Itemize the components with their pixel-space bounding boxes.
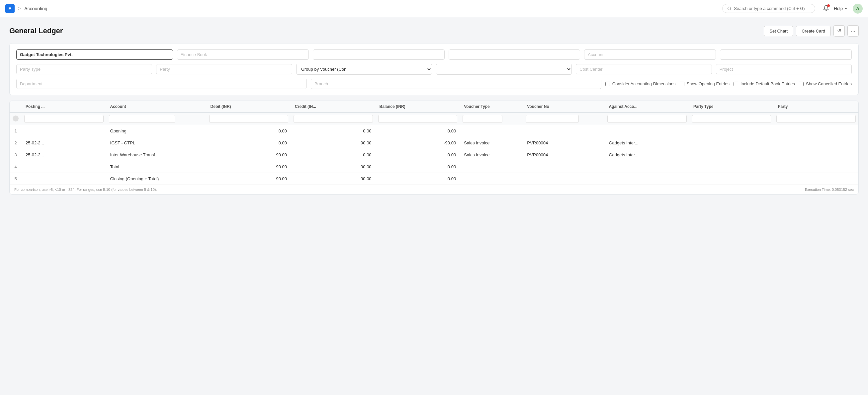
cell-party-type bbox=[689, 149, 774, 161]
col-debit: Debit (INR) bbox=[207, 101, 291, 112]
filter-party[interactable] bbox=[776, 115, 856, 123]
party-type-input[interactable] bbox=[16, 64, 152, 74]
party-input[interactable] bbox=[156, 64, 292, 74]
execution-time: Execution Time: 0.053152 sec bbox=[805, 188, 854, 192]
table-filter-row bbox=[10, 112, 858, 125]
filter-account[interactable] bbox=[109, 115, 175, 123]
avatar[interactable]: A bbox=[853, 4, 863, 13]
svg-point-0 bbox=[728, 7, 731, 10]
cell-against-account: Gadgets Inter... bbox=[605, 137, 689, 149]
cell-voucher-type: Sales Invoice bbox=[460, 137, 523, 149]
filter-card: 25-02-2021 25-02-2021 PVR00004 Group by … bbox=[9, 43, 859, 95]
col-balance: Balance (INR) bbox=[376, 101, 460, 112]
filter-credit[interactable] bbox=[293, 115, 373, 123]
show-cancelled-entries-label[interactable]: Show Cancelled Entries bbox=[799, 81, 852, 86]
page-actions: Set Chart Create Card ↺ ··· bbox=[764, 25, 859, 36]
page-header: General Ledger Set Chart Create Card ↺ ·… bbox=[9, 25, 859, 36]
table-row: 5 Closing (Opening + Total) 90.00 90.00 … bbox=[10, 173, 858, 185]
row-num: 5 bbox=[10, 173, 22, 185]
cell-voucher-no: PVR00004 bbox=[523, 149, 605, 161]
search-icon bbox=[727, 6, 732, 11]
create-card-button[interactable]: Create Card bbox=[796, 26, 831, 36]
filter-debit[interactable] bbox=[209, 115, 288, 123]
filter-voucher-type[interactable] bbox=[463, 115, 502, 123]
project-input[interactable] bbox=[716, 64, 852, 74]
cell-balance: -90.00 bbox=[376, 137, 460, 149]
filter-row-3: Consider Accounting Dimensions Show Open… bbox=[16, 79, 852, 89]
help-button[interactable]: Help bbox=[834, 6, 848, 11]
cell-balance: 0.00 bbox=[376, 173, 460, 185]
filter-voucher-no[interactable] bbox=[526, 115, 579, 123]
row-num: 3 bbox=[10, 149, 22, 161]
show-cancelled-entries-checkbox[interactable] bbox=[799, 81, 804, 86]
to-date-input[interactable]: 25-02-2021 bbox=[448, 50, 581, 60]
cell-voucher-type bbox=[460, 173, 523, 185]
cell-credit: 90.00 bbox=[291, 137, 376, 149]
department-input[interactable] bbox=[16, 79, 307, 89]
extra-select[interactable] bbox=[436, 64, 572, 75]
col-against-account: Against Acco... bbox=[605, 101, 689, 112]
from-date-input[interactable]: 25-02-2021 bbox=[313, 50, 445, 60]
filter-posting-date[interactable] bbox=[24, 115, 103, 123]
cell-balance: 0.00 bbox=[376, 149, 460, 161]
table-footer: For comparison, use >5, <10 or =324. For… bbox=[10, 185, 858, 194]
col-account: Account bbox=[106, 101, 207, 112]
filter-balance[interactable] bbox=[378, 115, 458, 123]
cell-party-type bbox=[689, 137, 774, 149]
col-party: Party bbox=[774, 101, 858, 112]
cell-against-account bbox=[605, 161, 689, 173]
cell-party bbox=[774, 173, 858, 185]
cell-voucher-type bbox=[460, 125, 523, 137]
more-options-button[interactable]: ··· bbox=[847, 25, 859, 36]
cell-debit: 0.00 bbox=[207, 125, 291, 137]
consider-accounting-dimensions-label[interactable]: Consider Accounting Dimensions bbox=[605, 81, 676, 86]
company-input[interactable] bbox=[16, 50, 173, 60]
row-num: 1 bbox=[10, 125, 22, 137]
group-by-select[interactable]: Group by Voucher (Con Group by Voucher G… bbox=[296, 64, 432, 75]
svg-line-1 bbox=[730, 9, 731, 10]
cell-credit: 90.00 bbox=[291, 173, 376, 185]
show-opening-entries-checkbox[interactable] bbox=[680, 81, 684, 86]
cell-balance: 0.00 bbox=[376, 125, 460, 137]
footer-hint: For comparison, use >5, <10 or =324. For… bbox=[14, 188, 157, 192]
show-opening-entries-label[interactable]: Show Opening Entries bbox=[680, 81, 730, 86]
account-input[interactable] bbox=[584, 50, 716, 60]
topnav-right: Help A bbox=[823, 4, 863, 13]
search-bar[interactable] bbox=[722, 4, 815, 13]
cost-center-input[interactable] bbox=[576, 64, 712, 74]
cell-posting-date: 25-02-2... bbox=[22, 137, 106, 149]
voucher-no-input[interactable]: PVR00004 bbox=[720, 50, 852, 60]
refresh-icon: ↺ bbox=[837, 28, 841, 34]
results-table-wrapper: Posting ... Account Debit (INR) Credit (… bbox=[9, 101, 859, 195]
cell-debit: 90.00 bbox=[207, 173, 291, 185]
table-row: 1 Opening 0.00 0.00 0.00 bbox=[10, 125, 858, 137]
cell-party bbox=[774, 161, 858, 173]
cell-voucher-type: Sales Invoice bbox=[460, 149, 523, 161]
filter-row-2: Group by Voucher (Con Group by Voucher G… bbox=[16, 64, 852, 75]
cell-posting-date bbox=[22, 173, 106, 185]
cell-against-account bbox=[605, 125, 689, 137]
refresh-button[interactable]: ↺ bbox=[834, 25, 845, 36]
include-default-book-entries-label[interactable]: Include Default Book Entries bbox=[734, 81, 795, 86]
cell-balance: 0.00 bbox=[376, 161, 460, 173]
search-input[interactable] bbox=[734, 6, 810, 11]
cell-account: Opening bbox=[106, 125, 207, 137]
filter-against-account[interactable] bbox=[607, 115, 687, 123]
set-chart-button[interactable]: Set Chart bbox=[764, 26, 793, 36]
filter-party-type[interactable] bbox=[692, 115, 771, 123]
branch-input[interactable] bbox=[311, 79, 601, 89]
notification-dot bbox=[827, 4, 830, 7]
row-selector-circle bbox=[12, 116, 19, 122]
cell-party-type bbox=[689, 125, 774, 137]
col-voucher-no: Voucher No bbox=[523, 101, 605, 112]
cell-party bbox=[774, 149, 858, 161]
consider-accounting-dimensions-checkbox[interactable] bbox=[605, 81, 610, 86]
cell-posting-date bbox=[22, 125, 106, 137]
cell-account: Total bbox=[106, 161, 207, 173]
cell-posting-date: 25-02-2... bbox=[22, 149, 106, 161]
include-default-book-entries-checkbox[interactable] bbox=[734, 81, 738, 86]
notification-bell[interactable] bbox=[823, 5, 829, 12]
cell-party-type bbox=[689, 173, 774, 185]
finance-book-input[interactable] bbox=[177, 50, 309, 60]
cell-voucher-no bbox=[523, 161, 605, 173]
